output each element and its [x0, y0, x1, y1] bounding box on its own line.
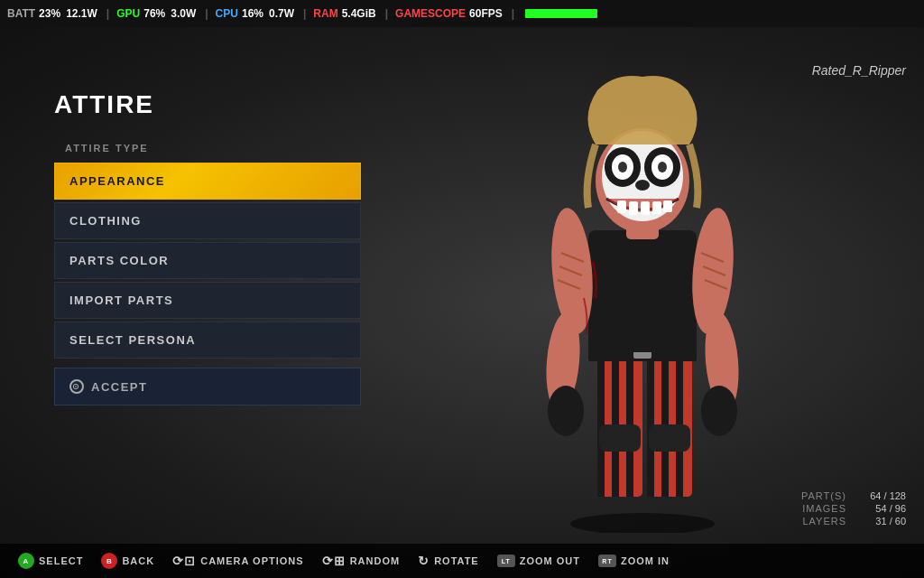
lt-button[interactable]: LT [497, 555, 515, 567]
camera-icon: ⟳⊡ [172, 554, 196, 568]
svg-rect-40 [663, 200, 672, 212]
menu-item-appearance[interactable]: APPEARANCE [54, 163, 361, 200]
select-label: SELECT [39, 555, 83, 566]
back-label: BACK [122, 555, 154, 566]
sep4: | [385, 7, 388, 20]
character-area [361, 54, 924, 542]
ctrl-camera-options: ⟳⊡ CAMERA OPTIONS [172, 554, 303, 568]
accept-label: ACCEPT [91, 380, 147, 394]
ram-val: 5.4GiB [342, 7, 376, 20]
zoom-out-label: ZOOM OUT [520, 555, 580, 566]
images-stat-row: IMAGES 54 / 96 [801, 503, 906, 514]
random-icon: ⟳⊞ [322, 554, 346, 568]
ctrl-random: ⟳⊞ RANDOM [322, 554, 401, 568]
character-figure [498, 63, 787, 533]
ctrl-back: B BACK [101, 553, 154, 569]
images-label: IMAGES [802, 503, 846, 514]
parts-color-label: PARTS COLOR [69, 254, 169, 267]
gamescope-label: GAMESCOPE [395, 7, 466, 20]
stats-panel: PART(S) 64 / 128 IMAGES 54 / 96 LAYERS 3… [801, 490, 906, 528]
ram-label: RAM [313, 7, 337, 20]
parts-stat-row: PART(S) 64 / 128 [801, 490, 906, 501]
batt-w: 12.1W [66, 7, 97, 20]
import-parts-label: IMPORT PARTS [69, 294, 173, 307]
a-button[interactable]: A [18, 553, 34, 569]
svg-rect-13 [588, 230, 697, 352]
svg-point-0 [570, 513, 715, 533]
batt-pct: 23% [39, 7, 60, 20]
cpu-label: CPU [216, 7, 238, 20]
svg-point-34 [658, 162, 667, 172]
parts-value: 64 / 128 [861, 490, 906, 501]
ctrl-zoom-in: RT ZOOM IN [598, 555, 670, 567]
attire-title: ATTIRE [54, 90, 415, 119]
b-button[interactable]: B [101, 553, 117, 569]
attire-type-label: ATTIRE TYPE [54, 137, 361, 159]
rotate-label: ROTATE [434, 555, 479, 566]
menu-item-select-persona[interactable]: SELECT PERSONA [54, 322, 361, 359]
layers-label: LAYERS [802, 516, 846, 527]
random-label: RANDOM [350, 555, 401, 566]
menu-item-clothing[interactable]: CLOTHING [54, 202, 361, 239]
svg-rect-38 [641, 201, 650, 215]
svg-rect-9 [599, 424, 641, 452]
svg-point-24 [548, 386, 584, 436]
layers-value: 31 / 60 [861, 516, 906, 527]
gpu-label: GPU [116, 7, 140, 20]
svg-rect-10 [649, 424, 690, 452]
accept-icon: ⊙ [69, 379, 84, 394]
svg-point-35 [635, 180, 650, 191]
menu-item-parts-color[interactable]: PARTS COLOR [54, 242, 361, 279]
sep1: | [106, 7, 109, 20]
svg-rect-39 [652, 201, 661, 214]
menu-container: ATTIRE TYPE APPEARANCE CLOTHING PARTS CO… [54, 137, 361, 406]
gpu-w: 3.0W [171, 7, 196, 20]
svg-rect-6 [647, 352, 654, 497]
camera-options-label: CAMERA OPTIONS [200, 555, 303, 566]
scene: Rated_R_Ripper [0, 27, 924, 578]
fps-value: 60FPS [469, 7, 503, 20]
batt-label: BATT [7, 7, 35, 20]
appearance-label: APPEARANCE [69, 174, 165, 188]
accept-button[interactable]: ⊙ ACCEPT [54, 368, 361, 406]
ctrl-zoom-out: LT ZOOM OUT [497, 555, 580, 567]
menu-item-import-parts[interactable]: IMPORT PARTS [54, 282, 361, 319]
rt-button[interactable]: RT [598, 555, 616, 567]
clothing-label: CLOTHING [69, 214, 142, 228]
left-panel: ATTIRE ATTIRE TYPE APPEARANCE CLOTHING P… [0, 54, 415, 542]
sep2: | [205, 7, 208, 20]
select-persona-label: SELECT PERSONA [69, 333, 196, 347]
parts-label: PART(S) [801, 490, 846, 501]
svg-rect-2 [597, 352, 605, 497]
rotate-icon: ↻ [418, 554, 430, 568]
ctrl-select: A SELECT [18, 553, 83, 569]
bottom-bar: A SELECT B BACK ⟳⊡ CAMERA OPTIONS ⟳⊞ RAN… [0, 544, 924, 578]
sep5: | [512, 7, 514, 20]
cpu-pct: 16% [242, 7, 263, 20]
svg-rect-37 [629, 201, 638, 215]
hud-bar: BATT 23% 12.1W | GPU 76% 3.0W | CPU 16% … [0, 0, 924, 27]
ctrl-rotate: ↻ ROTATE [418, 554, 479, 568]
svg-point-25 [701, 386, 737, 436]
svg-point-33 [618, 162, 627, 172]
svg-rect-36 [617, 200, 626, 213]
images-value: 54 / 96 [861, 503, 906, 514]
cpu-w: 0.7W [269, 7, 294, 20]
gpu-pct: 76% [143, 7, 165, 20]
zoom-in-label: ZOOM IN [621, 555, 670, 566]
sep3: | [303, 7, 306, 20]
layers-stat-row: LAYERS 31 / 60 [801, 516, 906, 527]
fps-bar [525, 9, 597, 18]
